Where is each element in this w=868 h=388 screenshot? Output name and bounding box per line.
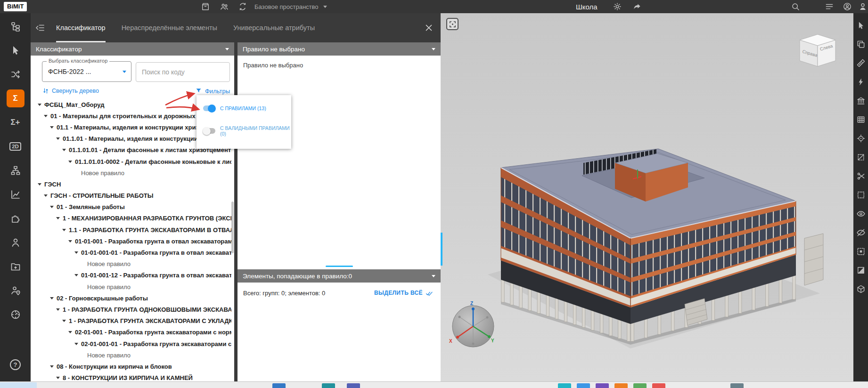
user-icon[interactable]	[858, 2, 868, 11]
classifier-sigma-icon[interactable]: Σ	[7, 89, 25, 107]
shared-folder-icon[interactable]	[7, 258, 25, 275]
grid-table-icon[interactable]	[856, 115, 866, 124]
tree-node[interactable]: 1 - РАЗРАБОТКА ГРУНТА ЭКСКАВАТОРАМИ С УК…	[31, 315, 231, 327]
tree-expand-caret[interactable]	[43, 194, 48, 197]
pan-select-icon[interactable]	[856, 21, 866, 30]
taskbar-icon-sliver[interactable]	[558, 383, 571, 388]
collapse-tree-link[interactable]: Свернуть дерево	[42, 87, 99, 95]
team-icon[interactable]	[220, 2, 229, 11]
tree-expand-caret[interactable]	[56, 308, 60, 311]
tree-expand-caret[interactable]	[43, 115, 48, 117]
tree-expand-caret[interactable]	[49, 206, 54, 208]
tree-node[interactable]: 01.1.01.01-0002 - Детали фасонные конько…	[31, 156, 231, 167]
viewport-scene[interactable]: Справа Слева X Y Z	[441, 13, 853, 381]
package-icon[interactable]	[201, 2, 210, 11]
taskbar-icon-sliver[interactable]	[347, 383, 360, 388]
tree-expand-caret[interactable]	[74, 274, 78, 276]
quick-actions-icon[interactable]	[856, 77, 866, 87]
tree-node[interactable]: 02-01-001-01 - Разработка грунта экскава…	[31, 338, 231, 349]
focus-target-icon[interactable]	[856, 134, 866, 143]
viewport-3d[interactable]: Справа Слева X Y Z	[441, 13, 853, 381]
tree-expand-caret[interactable]	[68, 161, 72, 163]
classifier-section-header[interactable]: Классификатор	[31, 42, 234, 56]
menu-list-icon[interactable]	[825, 2, 834, 11]
section-box-icon[interactable]	[856, 284, 866, 294]
taskbar-icon-sliver[interactable]	[322, 383, 335, 388]
orientation-gizmo[interactable]: X Y Z	[449, 301, 494, 347]
tree-node[interactable]: 01-01-001-01 - Разработка грунта в отвал…	[31, 247, 231, 258]
connections-icon[interactable]	[7, 65, 25, 83]
structure-icon[interactable]	[7, 162, 25, 179]
tree-rule-item[interactable]: Новое правило	[31, 281, 231, 292]
library-icon[interactable]	[856, 96, 866, 105]
settings-gear-icon[interactable]	[613, 2, 622, 11]
taskbar-icon-sliver[interactable]	[596, 383, 609, 388]
panel-split-handle[interactable]	[326, 266, 353, 267]
tree-node[interactable]: 1 - МЕХАНИЗИРОВАННАЯ РАЗРАБОТКА ГРУНТОВ …	[31, 213, 231, 224]
help-icon[interactable]: ?	[10, 359, 21, 370]
tree-expand-caret[interactable]	[68, 240, 72, 242]
tree-node[interactable]: 01-01-001 - Разработка грунта в отвал эк…	[31, 235, 231, 247]
code-search-input[interactable]	[142, 68, 224, 76]
tree-expand-caret[interactable]	[74, 343, 78, 345]
building-model[interactable]	[488, 149, 823, 348]
search-icon[interactable]	[791, 2, 800, 11]
taskbar-start-sliver[interactable]	[0, 382, 37, 388]
tree-node[interactable]: 01-01-001-12 - Разработка грунта в отвал…	[31, 270, 231, 281]
tree-rule-item[interactable]: Новое правило	[31, 167, 231, 178]
tree-node[interactable]: 02-01-001 - Разработка грунта экскаватор…	[31, 327, 231, 338]
share-icon[interactable]	[632, 2, 642, 11]
tree-node[interactable]: 1.1 - РАЗРАБОТКА ГРУНТА ЭКСКАВАТОРАМИ В …	[31, 224, 231, 235]
tree-node[interactable]: 1 - РАЗРАБОТКА ГРУНТА ОДНОКОВШОВЫМИ ЭКСК…	[31, 304, 231, 315]
clip-plane-icon[interactable]	[856, 266, 866, 275]
collapse-panel-icon[interactable]	[34, 22, 46, 33]
tree-scrollbar[interactable]	[231, 202, 234, 253]
tree-rule-item[interactable]: Новое правило	[31, 349, 231, 361]
panel-resize-handle[interactable]	[441, 233, 442, 266]
sigma-plus-icon[interactable]: Σ+	[7, 113, 25, 131]
taskbar-icon-sliver[interactable]	[614, 383, 628, 388]
tree-rule-item[interactable]: Новое правило	[31, 259, 231, 270]
tree-expand-caret[interactable]	[37, 183, 41, 186]
viewport-focus-button[interactable]	[446, 18, 459, 30]
rule-section-header[interactable]: Правило не выбрано	[237, 42, 441, 56]
tree-expand-caret[interactable]	[56, 217, 60, 219]
tree-expand-caret[interactable]	[68, 331, 72, 333]
section-plane-icon[interactable]	[856, 153, 866, 162]
select-cursor-icon[interactable]	[7, 41, 25, 59]
tree-expand-caret[interactable]	[37, 104, 41, 106]
tree-expand-caret[interactable]	[56, 137, 60, 140]
drawings-2d-icon[interactable]: 2D	[7, 137, 25, 155]
charts-icon[interactable]	[7, 186, 25, 203]
tree-node[interactable]: ГЭСН	[31, 178, 231, 190]
tree-expand-caret[interactable]	[62, 149, 66, 151]
account-circle-icon[interactable]	[843, 2, 852, 11]
taskbar-icon-sliver[interactable]	[652, 383, 665, 388]
time-gauge-icon[interactable]	[7, 306, 25, 323]
isolate-elements-icon[interactable]	[856, 247, 866, 256]
valid-rules-toggle[interactable]	[203, 128, 215, 134]
tree-expand-caret[interactable]	[62, 229, 66, 231]
elements-section-header[interactable]: Элементы, попадающие в правило:0	[237, 269, 441, 283]
users-icon[interactable]	[7, 234, 25, 251]
measure-ruler-icon[interactable]	[856, 58, 866, 68]
navigation-cube[interactable]: Справа Слева	[800, 34, 835, 66]
taskbar-icon-sliver[interactable]	[577, 383, 590, 388]
cut-scissors-icon[interactable]	[856, 171, 866, 181]
user-location-icon[interactable]	[7, 282, 25, 299]
tree-node[interactable]: ГЭСН - СТРОИТЕЛЬНЫЕ РАБОТЫ	[31, 190, 231, 202]
taskbar-icon-sliver[interactable]	[272, 383, 286, 388]
close-panel-icon[interactable]	[424, 23, 434, 33]
tree-node[interactable]: 01 - Земляные работы	[31, 202, 231, 213]
taskbar-icon-sliver[interactable]	[633, 383, 647, 388]
tab-unallocated-elements[interactable]: Нераспределённые элементы	[122, 13, 217, 42]
tree-node[interactable]: 08 - Конструкции из кирпича и блоков	[31, 361, 231, 372]
tree-node[interactable]: 8 - КОНСТРУКЦИИ ИЗ КИРПИЧА И КАМНЕЙ	[31, 372, 231, 382]
filters-button[interactable]: Фильтры	[195, 87, 230, 95]
tree-expand-caret[interactable]	[62, 320, 66, 322]
tree-expand-caret[interactable]	[74, 251, 78, 254]
with-rules-toggle[interactable]	[203, 105, 215, 111]
tree-expand-caret[interactable]	[49, 297, 54, 299]
tree-expand-caret[interactable]	[56, 377, 60, 379]
plugins-icon[interactable]	[7, 210, 25, 227]
